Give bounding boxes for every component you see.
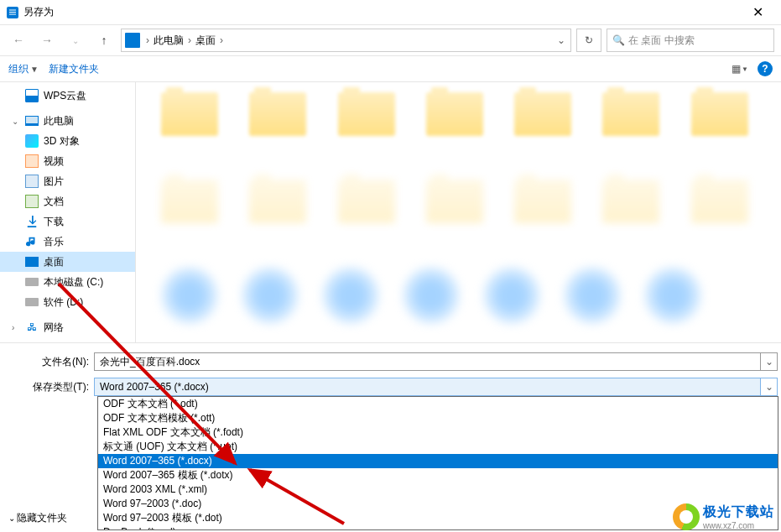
view-mode-button[interactable]: ▦▼: [729, 59, 751, 79]
tree-network[interactable]: ›🖧网络: [0, 317, 135, 337]
folder-item[interactable]: [161, 92, 226, 159]
filetype-label: 保存类型(T):: [0, 380, 94, 394]
tree-3d-objects[interactable]: 3D 对象: [0, 131, 135, 151]
file-list-area[interactable]: [136, 82, 781, 342]
folder-item[interactable]: [602, 92, 667, 159]
folder-item[interactable]: [691, 180, 756, 247]
chevron-right-icon[interactable]: ›: [143, 34, 152, 46]
nav-recent-chevron[interactable]: ⌄: [64, 29, 87, 52]
filetype-value: Word 2007–365 (*.docx): [100, 381, 209, 393]
folder-item[interactable]: [161, 180, 226, 247]
filename-dropdown-button[interactable]: ⌄: [761, 352, 778, 371]
picture-icon: [25, 175, 39, 188]
tree-drive-c[interactable]: 本地磁盘 (C:): [0, 272, 135, 292]
pc-icon: [25, 114, 39, 128]
chevron-right-icon[interactable]: ›: [185, 34, 194, 46]
tree-music[interactable]: 音乐: [0, 232, 135, 252]
nav-forward-button[interactable]: →: [35, 29, 59, 52]
close-button[interactable]: ✕: [741, 1, 774, 24]
filename-input[interactable]: [94, 352, 761, 371]
file-item[interactable]: [403, 267, 460, 324]
desktop-icon: [25, 255, 39, 269]
folder-item[interactable]: [338, 180, 403, 247]
chevron-right-icon[interactable]: ›: [217, 34, 226, 46]
filetype-dropdown-button[interactable]: ⌄: [761, 378, 778, 396]
tree-wps-cloud[interactable]: WPS云盘: [0, 86, 135, 106]
filetype-combo[interactable]: Word 2007–365 (*.docx): [94, 378, 761, 396]
3d-icon: [25, 134, 39, 148]
tree-downloads[interactable]: 下载: [0, 211, 135, 232]
filetype-option[interactable]: ODF 文本文档模板 (*.ott): [98, 411, 778, 425]
folder-item[interactable]: [426, 180, 491, 247]
folder-item[interactable]: [338, 92, 403, 159]
music-icon: [25, 235, 39, 248]
tree-pictures[interactable]: 图片: [0, 171, 135, 191]
folder-item[interactable]: [249, 92, 314, 159]
tree-drive-d[interactable]: 软件 (D:): [0, 292, 135, 312]
download-icon: [25, 215, 39, 228]
chevron-down-icon[interactable]: ⌄: [12, 117, 20, 126]
filetype-option[interactable]: Word 2007–365 (*.docx): [98, 454, 778, 468]
watermark-name: 极光下载站: [703, 503, 774, 521]
new-folder-button[interactable]: 新建文件夹: [49, 62, 99, 76]
folder-item[interactable]: [514, 92, 579, 159]
tree-documents[interactable]: 文档: [0, 191, 135, 211]
hide-folders-toggle[interactable]: ⌄ 隐藏文件夹: [8, 511, 67, 525]
chevron-right-icon[interactable]: ›: [12, 323, 20, 332]
nav-up-button[interactable]: ↑: [92, 29, 116, 52]
search-input[interactable]: 🔍 在 桌面 中搜索: [607, 29, 774, 52]
cloud-icon: [25, 89, 39, 102]
breadcrumb-root[interactable]: 此电脑: [152, 34, 185, 48]
nav-back-button[interactable]: ←: [7, 29, 30, 52]
folder-item[interactable]: [426, 92, 491, 159]
tree-this-pc[interactable]: ⌄此电脑: [0, 111, 135, 131]
app-icon: [7, 7, 18, 18]
window-title: 另存为: [23, 5, 741, 19]
watermark-logo-icon: [673, 503, 700, 530]
network-icon: 🖧: [25, 321, 39, 334]
location-icon: [125, 33, 140, 48]
help-button[interactable]: ?: [758, 61, 773, 76]
video-icon: [25, 154, 39, 168]
address-dropdown-button[interactable]: ⌄: [552, 34, 570, 46]
drive-icon: [25, 295, 39, 309]
filetype-option[interactable]: Word 2007–365 模板 (*.dotx): [98, 468, 778, 482]
file-item[interactable]: [161, 267, 218, 324]
breadcrumb-folder[interactable]: 桌面: [194, 34, 217, 48]
filetype-option[interactable]: Flat XML ODF 文本文档 (*.fodt): [98, 425, 778, 440]
tree-desktop[interactable]: 桌面: [0, 252, 135, 272]
folder-item[interactable]: [691, 92, 756, 159]
file-item[interactable]: [242, 267, 299, 324]
drive-icon: [25, 275, 39, 289]
sidebar-tree: WPS云盘 ⌄此电脑 3D 对象 视频 图片 文档 下载 音乐 桌面 本地磁盘 …: [0, 82, 136, 342]
folder-item[interactable]: [602, 180, 667, 247]
filename-label: 文件名(N):: [0, 355, 94, 369]
chevron-down-icon: ▼: [30, 65, 39, 74]
document-icon: [25, 195, 39, 208]
folder-item[interactable]: [249, 180, 314, 247]
filetype-option[interactable]: 标文通 (UOF) 文本文档 (*.uot): [98, 440, 778, 454]
address-bar[interactable]: › 此电脑 › 桌面 › ⌄: [121, 29, 571, 52]
file-item[interactable]: [483, 267, 540, 324]
filetype-option[interactable]: ODF 文本文档 (*.odt): [98, 397, 778, 411]
chevron-down-icon: ⌄: [8, 514, 15, 523]
folder-item[interactable]: [514, 180, 579, 247]
file-item[interactable]: [564, 267, 621, 324]
watermark: 极光下载站 www.xz7.com: [673, 503, 774, 530]
search-placeholder: 在 桌面 中搜索: [628, 34, 695, 48]
watermark-url: www.xz7.com: [703, 521, 774, 530]
tree-videos[interactable]: 视频: [0, 151, 135, 171]
refresh-button[interactable]: ↻: [576, 29, 601, 52]
file-item[interactable]: [644, 267, 701, 324]
file-item[interactable]: [322, 267, 379, 324]
filetype-option[interactable]: Word 2003 XML (*.xml): [98, 482, 778, 497]
search-icon: 🔍: [612, 34, 625, 46]
organize-menu[interactable]: 组织▼: [8, 62, 39, 76]
